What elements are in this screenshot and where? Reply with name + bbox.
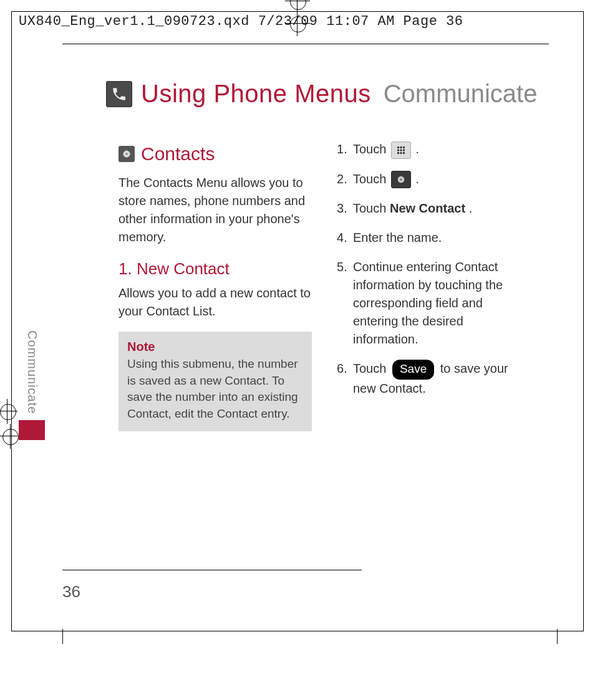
contacts-icon [119, 146, 135, 162]
step-text: Continue entering Contact information by… [353, 260, 503, 346]
title-main: Using Phone Menus [141, 80, 371, 108]
page-body: Using Phone Menus Communicate Communicat… [62, 44, 549, 608]
contacts-menu-icon [391, 171, 411, 188]
registration-mark-right [0, 424, 17, 449]
step-text: Enter the name. [353, 231, 442, 244]
page-title: Using Phone Menus Communicate [106, 80, 537, 108]
svg-point-9 [400, 152, 402, 154]
svg-point-5 [397, 149, 399, 151]
subsection-title: 1. New Contact [119, 257, 312, 281]
step-text: Touch [353, 172, 390, 186]
prepress-header: UX840_Eng_ver1.1_090723.qxd 7/23/09 11:0… [19, 14, 463, 29]
step-2: Touch . [337, 170, 530, 189]
note-box: Note Using this submenu, the number is s… [119, 332, 312, 431]
svg-point-4 [403, 146, 405, 148]
svg-point-3 [400, 146, 402, 148]
svg-point-6 [400, 149, 402, 151]
save-button-graphic: Save [392, 360, 434, 380]
step-6: Touch Save to save your new Contact. [337, 360, 530, 398]
side-tab: Communicate [19, 330, 45, 440]
registration-mark-bottom [285, 0, 310, 14]
step-5: Continue entering Contact information by… [337, 258, 530, 348]
step-4: Enter the name. [337, 229, 530, 247]
top-rule [62, 44, 549, 44]
title-sub: Communicate [384, 80, 538, 108]
svg-point-2 [397, 146, 399, 148]
apps-grid-icon [391, 141, 411, 159]
intro-text: The Contacts Menu allows you to store na… [119, 174, 312, 246]
step-bold: New Contact [390, 201, 465, 215]
step-text-after: . [416, 172, 420, 186]
bottom-rule [62, 570, 362, 570]
left-column: Contacts The Contacts Menu allows you to… [119, 140, 312, 431]
step-text: Touch [353, 362, 390, 376]
trim-mark-right [557, 629, 558, 644]
step-1: Touch . [337, 140, 530, 159]
svg-point-7 [403, 149, 405, 151]
side-tab-label: Communicate [25, 330, 39, 414]
step-3: Touch New Contact . [337, 199, 530, 218]
svg-point-8 [397, 152, 399, 154]
section-title: Contacts [141, 140, 215, 168]
steps-list: Touch . Touch . [337, 140, 530, 398]
registration-mark-top [285, 11, 310, 36]
step-text-after: . [469, 201, 473, 215]
page-number: 36 [62, 582, 80, 602]
svg-point-1 [125, 153, 128, 155]
step-text-after: . [416, 142, 420, 156]
registration-mark-left [0, 399, 17, 424]
svg-point-10 [403, 152, 405, 154]
step-text: Touch [353, 201, 390, 215]
phone-icon [106, 81, 132, 107]
note-label: Note [127, 338, 303, 356]
note-body: Using this submenu, the number is saved … [127, 356, 303, 422]
subsection-body: Allows you to add a new contact to your … [119, 284, 312, 320]
right-column: Touch . Touch . [337, 140, 530, 431]
step-text: Touch [353, 142, 390, 156]
svg-point-12 [400, 179, 402, 181]
side-tab-bar [19, 420, 45, 440]
trim-mark-left [62, 629, 63, 644]
